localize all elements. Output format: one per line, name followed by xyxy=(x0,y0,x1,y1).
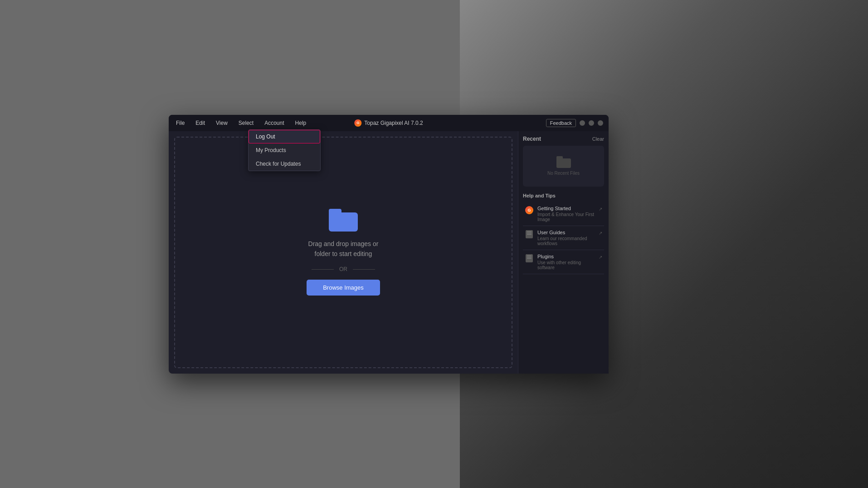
browse-images-button[interactable]: Browse Images xyxy=(307,280,380,296)
folder-icon xyxy=(329,209,358,232)
app-window: File Edit View Select Account Help G Top… xyxy=(169,115,609,374)
menu-account[interactable]: Account xyxy=(263,119,286,127)
user-guides-desc: Learn our recommanded workflows xyxy=(537,236,595,246)
plugins-title: Plugins xyxy=(537,254,595,259)
window-controls: Feedback ─ □ ✕ xyxy=(546,119,603,127)
help-item-user-guides[interactable]: User Guides Learn our recommanded workfl… xyxy=(523,226,604,250)
close-button[interactable]: ✕ xyxy=(598,120,603,126)
maximize-button[interactable]: □ xyxy=(589,120,594,126)
menu-select[interactable]: Select xyxy=(237,119,255,127)
help-tips-title: Help and Tips xyxy=(523,193,604,198)
plugins-external-icon: ↗ xyxy=(599,255,602,260)
menubar: File Edit View Select Account Help xyxy=(174,119,308,127)
or-divider: OR xyxy=(312,266,375,272)
account-dropdown-menu: Log Out My Products Check for Updates xyxy=(248,129,321,171)
menu-help[interactable]: Help xyxy=(293,119,308,127)
right-panel: Recent Clear No Recent Files Help and Ti… xyxy=(518,131,609,374)
plugins-desc: Use with other editing software xyxy=(537,260,595,270)
dropdown-item-products[interactable]: My Products xyxy=(249,143,320,157)
recent-header: Recent Clear xyxy=(523,136,604,142)
no-recent-label: No Recent Files xyxy=(547,171,580,176)
help-item-getting-started[interactable]: G Getting Started Import & Enhance Your … xyxy=(523,202,604,226)
getting-started-title: Getting Started xyxy=(537,206,595,211)
drop-zone[interactable]: Drag and drop images or folder to start … xyxy=(174,137,512,368)
window-title-area: G Topaz Gigapixel AI 7.0.2 xyxy=(354,119,423,127)
feedback-button[interactable]: Feedback xyxy=(546,119,576,127)
recent-title: Recent xyxy=(523,136,541,142)
app-logo: G xyxy=(354,119,361,127)
drop-text: Drag and drop images or folder to start … xyxy=(308,239,379,259)
empty-folder-icon xyxy=(556,156,571,168)
window-title: Topaz Gigapixel AI 7.0.2 xyxy=(364,120,423,126)
getting-started-icon: G xyxy=(525,206,534,215)
minimize-button[interactable]: ─ xyxy=(580,120,585,126)
app-body: Drag and drop images or folder to start … xyxy=(169,131,609,374)
clear-recent-button[interactable]: Clear xyxy=(592,136,604,142)
recent-empty-state: No Recent Files xyxy=(523,146,604,187)
menu-edit[interactable]: Edit xyxy=(194,119,207,127)
menu-view[interactable]: View xyxy=(214,119,229,127)
menu-file[interactable]: File xyxy=(174,119,186,127)
folder-body xyxy=(329,212,358,232)
user-guides-icon xyxy=(525,230,534,239)
title-bar: File Edit View Select Account Help G Top… xyxy=(169,115,609,131)
dropdown-item-updates[interactable]: Check for Updates xyxy=(249,157,320,171)
help-item-plugins[interactable]: Plugins Use with other editing software … xyxy=(523,250,604,274)
getting-started-desc: Import & Enhance Your First Image xyxy=(537,212,595,222)
user-guides-title: User Guides xyxy=(537,230,595,235)
getting-started-external-icon: ↗ xyxy=(599,207,602,212)
user-guides-external-icon: ↗ xyxy=(599,231,602,236)
dropdown-item-logout[interactable]: Log Out xyxy=(249,130,320,143)
plugins-icon xyxy=(525,254,534,263)
